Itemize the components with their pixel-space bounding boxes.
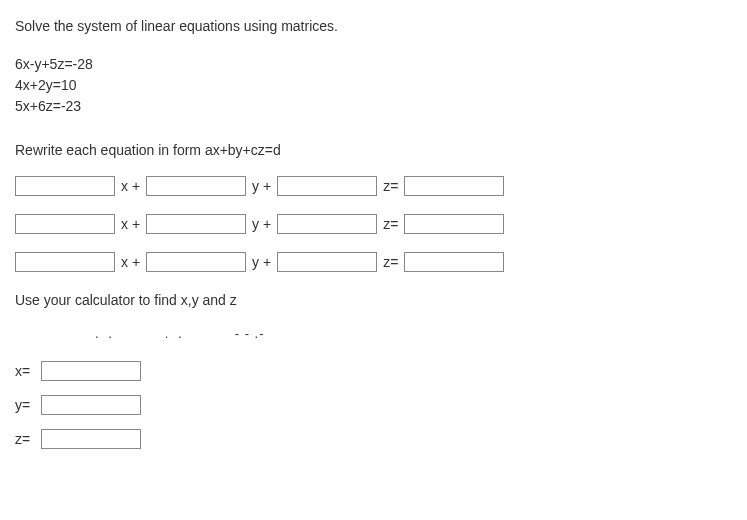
label-z: z=	[15, 431, 37, 447]
r3-a-input[interactable]	[15, 252, 115, 272]
equation-3: 5x+6z=-23	[15, 96, 732, 117]
r3-d-input[interactable]	[404, 252, 504, 272]
r3-b-input[interactable]	[146, 252, 246, 272]
op-yplus: y +	[252, 254, 271, 270]
problem-title: Solve the system of linear equations usi…	[15, 18, 732, 34]
equation-2: 4x+2y=10	[15, 75, 732, 96]
equations-block: 6x-y+5z=-28 4x+2y=10 5x+6z=-23	[15, 54, 732, 117]
coeff-row-3: x + y + z=	[15, 252, 732, 272]
answer-x-row: x=	[15, 361, 732, 381]
r1-c-input[interactable]	[277, 176, 377, 196]
op-zeq: z=	[383, 178, 398, 194]
equation-1: 6x-y+5z=-28	[15, 54, 732, 75]
answer-z-input[interactable]	[41, 429, 141, 449]
answer-z-row: z=	[15, 429, 732, 449]
label-y: y=	[15, 397, 37, 413]
r2-b-input[interactable]	[146, 214, 246, 234]
instruction-rewrite: Rewrite each equation in form ax+by+cz=d	[15, 142, 732, 158]
coeff-row-1: x + y + z=	[15, 176, 732, 196]
answer-y-row: y=	[15, 395, 732, 415]
coeff-row-2: x + y + z=	[15, 214, 732, 234]
op-zeq: z=	[383, 254, 398, 270]
r3-c-input[interactable]	[277, 252, 377, 272]
r2-c-input[interactable]	[277, 214, 377, 234]
r2-d-input[interactable]	[404, 214, 504, 234]
label-x: x=	[15, 363, 37, 379]
separator-dots: . .. .- - .-	[15, 326, 732, 341]
r1-a-input[interactable]	[15, 176, 115, 196]
op-zeq: z=	[383, 216, 398, 232]
op-yplus: y +	[252, 216, 271, 232]
op-xplus: x +	[121, 216, 140, 232]
answer-x-input[interactable]	[41, 361, 141, 381]
op-xplus: x +	[121, 254, 140, 270]
r1-d-input[interactable]	[404, 176, 504, 196]
r2-a-input[interactable]	[15, 214, 115, 234]
op-xplus: x +	[121, 178, 140, 194]
op-yplus: y +	[252, 178, 271, 194]
r1-b-input[interactable]	[146, 176, 246, 196]
instruction-calc: Use your calculator to find x,y and z	[15, 292, 732, 308]
answer-y-input[interactable]	[41, 395, 141, 415]
